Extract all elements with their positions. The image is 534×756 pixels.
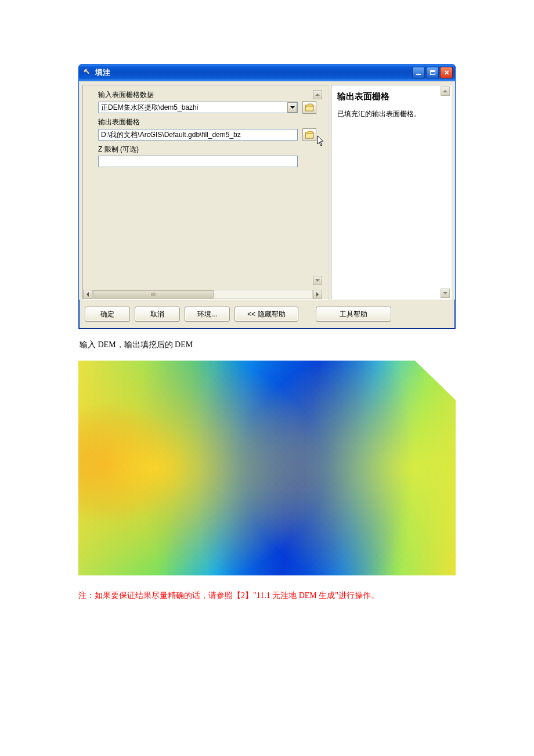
help-vscroll-up[interactable] <box>441 87 450 96</box>
input-raster-field[interactable] <box>98 102 298 113</box>
button-bar: 确定 取消 环境... << 隐藏帮助 工具帮助 <box>79 300 455 329</box>
help-body: 已填充汇的输出表面栅格。 <box>337 109 445 118</box>
environments-button[interactable]: 环境... <box>185 307 230 322</box>
cancel-button[interactable]: 取消 <box>135 307 180 322</box>
zlimit-label: Z 限制 (可选) <box>98 145 316 154</box>
form-area: 输入表面栅格数据 输出表面栅格 <box>82 85 329 300</box>
hscrollbar[interactable] <box>83 290 322 299</box>
output-raster-field[interactable] <box>98 129 298 141</box>
caption-text: 输入 DEM，输出填挖后的 DEM <box>80 340 456 350</box>
input-raster-combo[interactable] <box>98 102 298 113</box>
input-raster-label: 输入表面栅格数据 <box>98 90 316 100</box>
zlimit-field[interactable] <box>98 156 298 167</box>
hscroll-thumb[interactable] <box>93 290 214 298</box>
vscroll-up-button[interactable] <box>313 90 322 99</box>
vscroll-down-button[interactable] <box>313 276 322 285</box>
help-title: 输出表面栅格 <box>337 91 445 102</box>
hide-help-button[interactable]: << 隐藏帮助 <box>234 307 298 322</box>
dem-output-image <box>78 361 456 575</box>
hscroll-left-button[interactable] <box>83 290 92 299</box>
help-vscroll-down[interactable] <box>441 289 450 298</box>
cursor-icon <box>316 135 326 147</box>
help-panel: 输出表面栅格 已填充汇的输出表面栅格。 <box>331 85 452 300</box>
folder-icon <box>305 103 314 111</box>
window-title: 填洼 <box>95 67 412 78</box>
footnote: 注：如果要保证结果尽量精确的话，请参照【2】"11.1 无洼地 DEM 生成"进… <box>78 591 456 601</box>
output-raster-label: 输出表面栅格 <box>98 117 316 127</box>
fill-tool-window: 填洼 ✕ 输入表面栅格数据 <box>78 64 456 329</box>
titlebar[interactable]: 填洼 ✕ <box>79 64 455 81</box>
close-button[interactable]: ✕ <box>440 67 453 78</box>
hammer-icon <box>82 68 92 77</box>
folder-icon <box>305 131 314 139</box>
output-browse-button[interactable] <box>302 128 316 141</box>
minimize-button[interactable] <box>412 67 425 78</box>
maximize-button[interactable] <box>426 67 439 78</box>
input-browse-button[interactable] <box>302 101 316 114</box>
tool-help-button[interactable]: 工具帮助 <box>316 307 391 322</box>
hscroll-track[interactable] <box>92 290 313 299</box>
ok-button[interactable]: 确定 <box>85 307 130 322</box>
hscroll-right-button[interactable] <box>313 290 322 299</box>
input-dropdown-button[interactable] <box>287 102 297 113</box>
window-controls: ✕ <box>412 67 453 78</box>
